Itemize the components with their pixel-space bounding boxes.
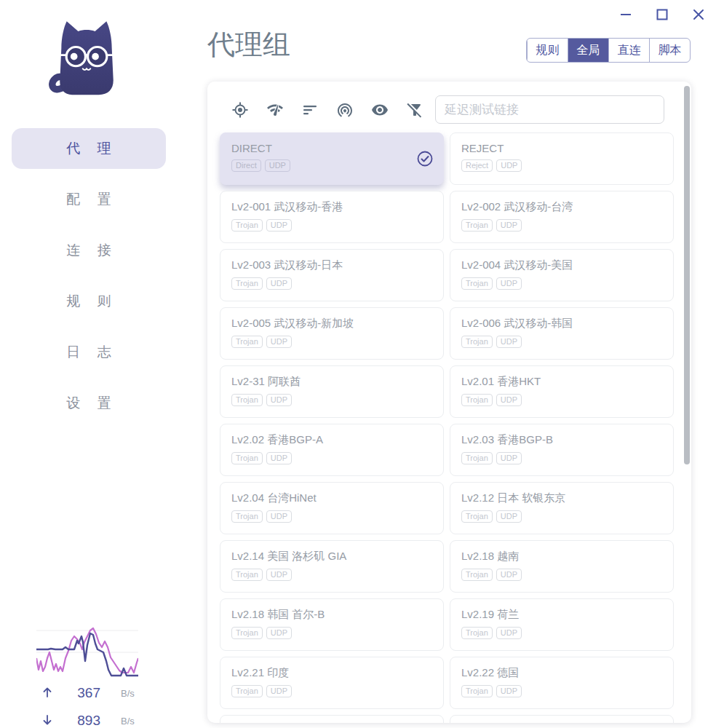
proxy-card[interactable]: Lv2-31 阿联酋 Trojan UDP [220, 365, 444, 418]
upload-speed-unit: B/s [121, 688, 135, 699]
partial-proxy-row [220, 715, 674, 723]
proxy-name: Lv2.03 香港BGP-B [461, 433, 662, 447]
mode-button[interactable]: 直连 [608, 39, 649, 62]
sidebar-item[interactable]: 设 置 [12, 383, 166, 424]
proxy-tags: Trojan UDP [461, 569, 662, 581]
proxy-tags: Trojan UDP [461, 277, 662, 290]
udp-tag: UDP [496, 394, 522, 406]
proxy-type-tag: Trojan [461, 394, 493, 406]
proxy-type-tag: Trojan [461, 336, 493, 348]
proxy-card[interactable]: Lv2-001 武汉移动-香港 Trojan UDP [220, 191, 444, 243]
proxy-card[interactable]: Lv2.18 韩国 首尔-B Trojan UDP [220, 598, 444, 651]
proxy-type-tag: Trojan [461, 452, 493, 464]
proxy-name: Lv2.22 德国 [461, 666, 662, 680]
udp-tag: UDP [496, 336, 522, 348]
traffic-graph [36, 625, 138, 680]
sort-icon[interactable] [301, 101, 319, 119]
my-location-icon[interactable] [231, 101, 249, 119]
visibility-icon[interactable] [371, 101, 389, 119]
proxy-type-tag: Trojan [231, 277, 263, 290]
proxy-name: Lv2-005 武汉移动-新加坡 [231, 317, 432, 331]
udp-tag: UDP [266, 394, 292, 406]
proxy-type-tag: Trojan [461, 569, 493, 581]
udp-tag: UDP [266, 277, 292, 290]
proxy-tags: Trojan UDP [231, 394, 432, 406]
udp-tag: UDP [496, 219, 522, 232]
proxy-card-partial[interactable] [450, 715, 674, 723]
udp-tag: UDP [266, 627, 292, 639]
mode-button[interactable]: 规则 [527, 39, 568, 62]
proxy-type-tag: Trojan [461, 510, 493, 523]
udp-tag: UDP [496, 510, 522, 523]
wifi-tethering-icon[interactable] [336, 101, 354, 119]
sidebar-item[interactable]: 规 则 [12, 281, 166, 322]
proxy-type-tag: Trojan [461, 219, 493, 232]
sidebar-item[interactable]: 配 置 [12, 179, 166, 220]
udp-tag: UDP [496, 452, 522, 464]
proxy-type-tag: Trojan [231, 510, 263, 523]
selected-check-icon [416, 150, 434, 167]
proxy-tags: Trojan UDP [461, 336, 662, 348]
sidebar-item[interactable]: 连 接 [12, 230, 166, 271]
proxy-card[interactable]: Lv2.21 印度 Trojan UDP [220, 657, 444, 709]
proxy-card[interactable]: Lv2.14 美国 洛杉矶 GIA Trojan UDP [220, 540, 444, 593]
proxy-name: Lv2.14 美国 洛杉矶 GIA [231, 550, 432, 563]
proxy-card[interactable]: Lv2-006 武汉移动-韩国 Trojan UDP [450, 307, 674, 360]
scrollbar-thumb[interactable] [684, 86, 690, 464]
latency-test-url-input[interactable] [435, 95, 664, 124]
proxy-tags: Trojan UDP [461, 394, 662, 406]
maximize-icon[interactable] [655, 7, 669, 22]
proxy-name: Lv2.21 印度 [231, 666, 432, 680]
proxy-tags: Trojan UDP [231, 510, 432, 523]
proxy-card[interactable]: Lv2.22 德国 Trojan UDP [450, 657, 674, 709]
proxy-tags: Trojan UDP [231, 569, 432, 581]
proxy-card[interactable]: Lv2.01 香港HKT Trojan UDP [450, 365, 674, 418]
proxy-card[interactable]: Lv2-004 武汉移动-美国 Trojan UDP [450, 249, 674, 301]
proxy-name: Lv2.18 韩国 首尔-B [231, 608, 432, 622]
proxy-name: Lv2.18 越南 [461, 550, 662, 563]
proxy-card[interactable]: Lv2.02 香港BGP-A Trojan UDP [220, 424, 444, 476]
proxy-tags: Trojan UDP [231, 336, 432, 348]
udp-tag: UDP [266, 685, 292, 697]
proxy-type-tag: Reject [461, 159, 493, 172]
proxy-card[interactable]: Lv2.18 越南 Trojan UDP [450, 540, 674, 593]
proxy-tags: Trojan UDP [461, 452, 662, 464]
proxy-type-tag: Trojan [231, 569, 263, 581]
proxy-card[interactable]: Lv2.03 香港BGP-B Trojan UDP [450, 424, 674, 476]
mode-selector: 规则 全局 直连 脚本 [526, 38, 691, 63]
proxy-tags: Trojan UDP [231, 685, 432, 697]
proxy-type-tag: Trojan [461, 277, 493, 290]
udp-tag: UDP [496, 159, 522, 172]
proxy-card[interactable]: REJECT Reject UDP [450, 132, 674, 185]
proxy-card[interactable]: Lv2-005 武汉移动-新加坡 Trojan UDP [220, 307, 444, 360]
minimize-icon[interactable] [618, 7, 633, 22]
udp-tag: UDP [496, 569, 522, 581]
proxy-type-tag: Trojan [231, 627, 263, 639]
close-icon[interactable] [691, 7, 706, 22]
sidebar-item[interactable]: 代 理 [12, 128, 166, 169]
proxy-card-partial[interactable] [220, 715, 444, 723]
sidebar-nav: 代 理 配 置 连 接 规 则 日 志 设 置 [12, 128, 166, 434]
mode-button[interactable]: 脚本 [649, 39, 690, 62]
proxy-card[interactable]: Lv2.12 日本 软银东京 Trojan UDP [450, 482, 674, 534]
mode-button[interactable]: 全局 [568, 39, 608, 62]
sidebar-item[interactable]: 日 志 [12, 332, 166, 373]
download-speed-unit: B/s [121, 716, 135, 727]
window-controls [618, 7, 706, 22]
filter-off-icon[interactable] [406, 101, 423, 119]
proxy-name: DIRECT [231, 142, 432, 154]
proxy-tags: Trojan UDP [231, 277, 432, 290]
proxy-card[interactable]: Lv2.19 荷兰 Trojan UDP [450, 598, 674, 651]
proxy-card[interactable]: DIRECT Direct UDP [220, 132, 444, 185]
proxy-tags: Trojan UDP [461, 219, 662, 232]
proxy-name: Lv2.01 香港HKT [461, 375, 662, 389]
udp-tag: UDP [266, 219, 292, 232]
proxy-card[interactable]: Lv2-003 武汉移动-日本 Trojan UDP [220, 249, 444, 301]
proxy-tags: Trojan UDP [461, 685, 662, 697]
proxy-name: Lv2-002 武汉移动-台湾 [461, 200, 662, 214]
udp-tag: UDP [496, 627, 522, 639]
network-check-icon[interactable] [266, 101, 284, 119]
proxy-card[interactable]: Lv2.04 台湾HiNet Trojan UDP [220, 482, 444, 534]
proxy-card[interactable]: Lv2-002 武汉移动-台湾 Trojan UDP [450, 191, 674, 243]
udp-tag: UDP [266, 336, 292, 348]
